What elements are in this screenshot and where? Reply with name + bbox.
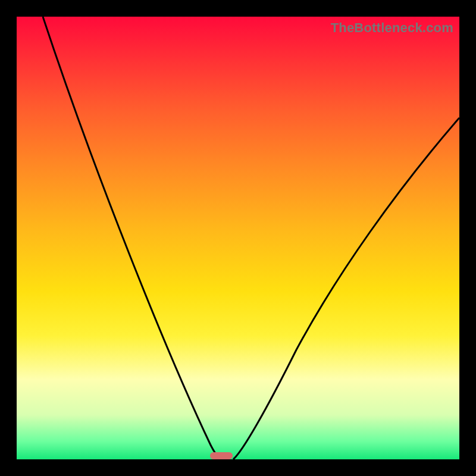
- chart-frame: TheBottleneck.com: [0, 0, 476, 476]
- optimal-marker: [210, 452, 233, 459]
- bottleneck-curve: [17, 17, 459, 459]
- curve-right-branch: [233, 118, 459, 459]
- plot-area: TheBottleneck.com: [17, 17, 459, 459]
- curve-left-branch: [43, 17, 221, 459]
